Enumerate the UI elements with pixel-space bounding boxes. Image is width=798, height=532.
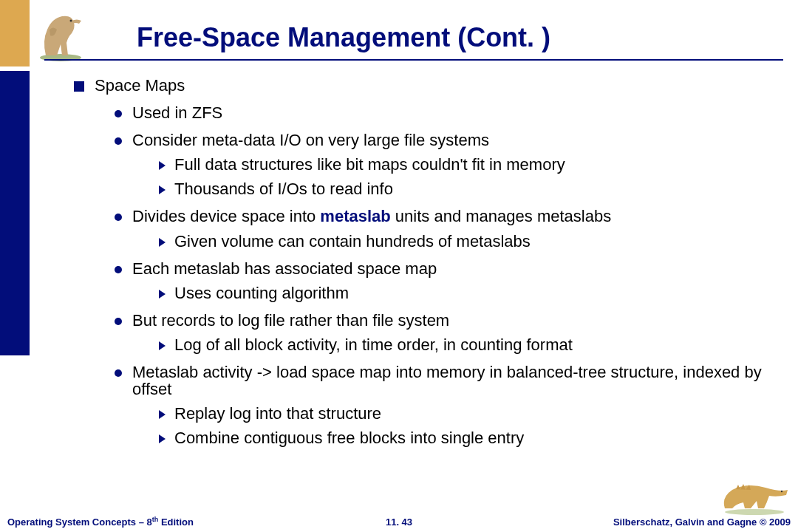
left-color-stripe	[0, 0, 30, 532]
bullet-level2: Divides device space into metaslab units…	[115, 208, 776, 225]
bullet-level3: Full data structures like bit maps could…	[159, 156, 776, 173]
slide-title: Free-Space Management (Cont. )	[137, 22, 550, 53]
bullet-level3: Log of all block activity, in time order…	[159, 336, 776, 353]
bullet-level3: Given volume can contain hundreds of met…	[159, 233, 776, 250]
bullet-text: Replay log into that structure	[174, 405, 776, 422]
bullet-text: Combine contiguous free blocks into sing…	[174, 429, 776, 446]
arrow-bullet-icon	[159, 238, 166, 247]
bullet-text: Full data structures like bit maps could…	[174, 156, 776, 173]
bullet-text: Divides device space into metaslab units…	[132, 208, 776, 225]
dot-bullet-icon	[115, 110, 122, 117]
footer-book-title: Operating System Concepts – 8th Edition	[7, 516, 194, 528]
bullet-level2: But records to log file rather than file…	[115, 312, 776, 329]
square-bullet-icon	[74, 81, 84, 92]
bullet-text: Given volume can contain hundreds of met…	[174, 233, 776, 250]
bullet-level2: Used in ZFS	[115, 104, 776, 121]
arrow-bullet-icon	[159, 410, 166, 419]
dot-bullet-icon	[115, 137, 122, 145]
dot-bullet-icon	[115, 318, 122, 325]
bullet-text: Used in ZFS	[132, 104, 776, 121]
bullet-level3: Thousands of I/Os to read info	[159, 180, 776, 197]
dot-bullet-icon	[115, 266, 122, 273]
title-underline	[44, 59, 783, 61]
bullet-text: Each metaslab has associated space map	[132, 260, 776, 277]
bullet-level2: Each metaslab has associated space map	[115, 260, 776, 277]
bullet-text: Consider meta-data I/O on very large fil…	[132, 132, 776, 149]
svg-point-1	[70, 20, 72, 22]
bullet-text: Uses counting algorithm	[174, 284, 776, 301]
bullet-level2: Consider meta-data I/O on very large fil…	[115, 132, 776, 149]
bullet-text: But records to log file rather than file…	[132, 312, 776, 329]
slide-content: Space Maps Used in ZFS Consider meta-dat…	[74, 74, 776, 446]
arrow-bullet-icon	[159, 290, 166, 299]
footer-copyright: Silberschatz, Galvin and Gagne © 2009	[613, 516, 791, 528]
bullet-text: Metaslab activity -> load space map into…	[132, 364, 776, 398]
bullet-text: Log of all block activity, in time order…	[174, 336, 776, 353]
bullet-text: Thousands of I/Os to read info	[174, 180, 776, 197]
dinosaur-footer-icon	[714, 471, 795, 516]
arrow-bullet-icon	[159, 341, 166, 350]
bullet-level1: Space Maps	[74, 77, 776, 94]
arrow-bullet-icon	[159, 434, 166, 443]
arrow-bullet-icon	[159, 185, 166, 194]
bullet-level3: Uses counting algorithm	[159, 284, 776, 301]
arrow-bullet-icon	[159, 161, 166, 170]
svg-point-3	[781, 491, 782, 492]
dinosaur-logo-icon	[31, 7, 90, 63]
bullet-level3: Combine contiguous free blocks into sing…	[159, 429, 776, 446]
dot-bullet-icon	[115, 369, 122, 377]
bullet-level3: Replay log into that structure	[159, 405, 776, 422]
keyword-metaslab: metaslab	[320, 207, 390, 225]
bullet-text: Space Maps	[95, 77, 776, 94]
footer-slide-number: 11. 43	[386, 516, 412, 528]
bullet-level2: Metaslab activity -> load space map into…	[115, 364, 776, 398]
svg-point-2	[725, 509, 784, 515]
dot-bullet-icon	[115, 214, 122, 221]
